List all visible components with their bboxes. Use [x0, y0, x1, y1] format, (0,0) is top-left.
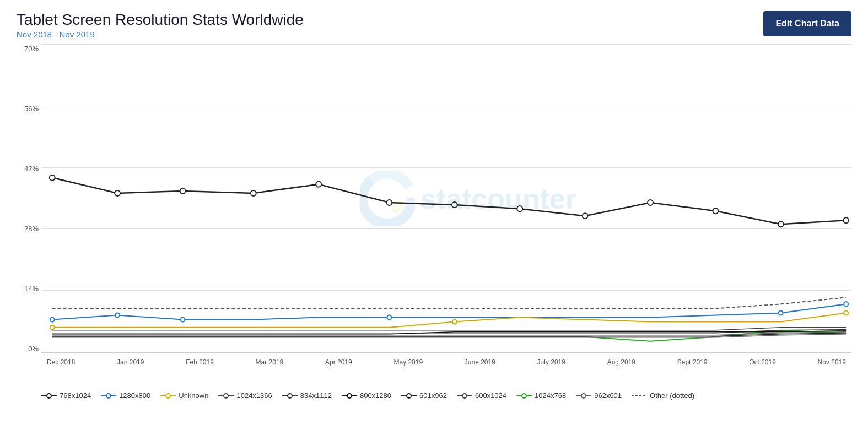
legend-icon-600x1024 [457, 392, 472, 400]
legend-icon-1280x800 [101, 392, 116, 400]
svg-point-15 [347, 394, 352, 398]
legend-icon-834x1112 [282, 392, 298, 400]
legend-label-other: Other (dotted) [650, 391, 694, 400]
svg-point-23 [581, 394, 586, 398]
svg-point-9 [166, 394, 170, 398]
legend-label-962x601: 962x601 [594, 391, 622, 400]
chart-inner: statcounter [41, 45, 851, 353]
svg-point-17 [407, 394, 411, 398]
x-label-sep2019: Sept 2019 [677, 358, 708, 366]
svg-point-21 [522, 394, 526, 398]
legend-item-834x1112: 834x1112 [282, 391, 332, 400]
svg-point-5 [47, 394, 51, 398]
legend-item-768x1024: 768x1024 [41, 391, 91, 400]
dot [452, 320, 457, 324]
legend-item-600x1024: 600x1024 [457, 391, 506, 400]
header: Tablet Screen Resolution Stats Worldwide… [17, 11, 851, 39]
dot [50, 325, 55, 330]
svg-point-11 [224, 394, 228, 398]
svg-point-13 [288, 394, 292, 398]
svg-point-19 [462, 394, 467, 398]
title-block: Tablet Screen Resolution Stats Worldwide… [17, 11, 304, 39]
y-label-28%: 28% [17, 225, 41, 233]
page-title: Tablet Screen Resolution Stats Worldwide [17, 11, 304, 29]
x-label-feb2019: Feb 2019 [186, 358, 214, 366]
dot [452, 202, 457, 208]
legend-label-600x1024: 600x1024 [475, 391, 506, 400]
dot [648, 200, 653, 205]
dot [180, 188, 186, 194]
x-label-mar2019: Mar 2019 [256, 358, 284, 366]
dot [115, 313, 120, 317]
dot [844, 302, 848, 306]
legend-label-1024x1366: 1024x1366 [236, 391, 272, 400]
legend-icon-601x962 [401, 392, 417, 400]
legend-item-unknown: Unknown [160, 391, 208, 400]
x-label-dec2018: Dec 2018 [47, 358, 75, 366]
x-label-apr2019: Apr 2019 [325, 358, 352, 366]
dot [181, 318, 185, 322]
dot [251, 190, 256, 196]
dot [115, 190, 120, 196]
dot [386, 200, 392, 205]
y-axis: 0% 14% 28% 42% 56% 70% [17, 45, 41, 369]
legend-item-1024x768: 1024x768 [516, 391, 566, 400]
x-label-aug2019: Aug 2019 [607, 358, 635, 366]
date-range: Nov 2018 - Nov 2019 [17, 30, 304, 39]
y-label-0%: 0% [17, 345, 41, 353]
svg-point-7 [106, 394, 111, 398]
x-label-jun2019: June 2019 [465, 358, 495, 366]
legend-label-601x962: 601x962 [419, 391, 447, 400]
dot [778, 221, 784, 227]
chart-area: 0% 14% 28% 42% 56% 70% [17, 45, 851, 369]
x-axis-labels: Dec 2018 Jan 2019 Feb 2019 Mar 2019 Apr … [41, 358, 851, 366]
legend-label-1280x800: 1280x800 [119, 391, 150, 400]
dot [316, 182, 321, 187]
line-other-dotted [52, 297, 846, 308]
x-label-oct2019: Oct 2019 [749, 358, 776, 366]
dot [843, 217, 849, 223]
x-label-nov2019: Nov 2019 [818, 358, 846, 366]
dot [779, 310, 783, 315]
legend-label-1024x768: 1024x768 [535, 391, 566, 400]
x-label-jul2019: July 2019 [537, 358, 565, 366]
legend-label-834x1112: 834x1112 [300, 391, 332, 400]
x-label-jan2019: Jan 2019 [117, 358, 144, 366]
legend: 768x1024 1280x800 Unknown 1024x1366 [17, 391, 851, 400]
legend-label-800x1280: 800x1280 [360, 391, 391, 400]
y-label-70%: 70% [17, 45, 41, 53]
chart-svg [41, 45, 851, 352]
y-label-14%: 14% [17, 285, 41, 293]
line-768x1024 [52, 178, 846, 225]
dot [50, 175, 55, 181]
legend-icon-1024x1366 [218, 392, 234, 400]
legend-icon-1024x768 [516, 392, 532, 400]
dot [844, 310, 848, 315]
legend-label-unknown: Unknown [179, 391, 208, 400]
y-label-42%: 42% [17, 165, 41, 173]
legend-icon-800x1280 [342, 392, 357, 400]
dot [583, 213, 588, 219]
legend-icon-962x601 [576, 392, 591, 400]
dot [387, 315, 391, 320]
main-container: Tablet Screen Resolution Stats Worldwide… [0, 0, 868, 436]
line-1280x800 [52, 304, 846, 319]
legend-label-768x1024: 768x1024 [60, 391, 91, 400]
dot [713, 208, 718, 214]
legend-icon-other [632, 392, 647, 400]
x-label-may2019: May 2019 [393, 358, 423, 366]
legend-item-962x601: 962x601 [576, 391, 622, 400]
legend-item-601x962: 601x962 [401, 391, 447, 400]
legend-item-other: Other (dotted) [632, 391, 694, 400]
legend-icon-unknown [160, 392, 176, 400]
legend-item-800x1280: 800x1280 [342, 391, 391, 400]
edit-chart-button[interactable]: Edit Chart Data [763, 11, 851, 36]
y-label-56%: 56% [17, 105, 41, 113]
dot [50, 318, 55, 322]
legend-item-1024x1366: 1024x1366 [218, 391, 272, 400]
legend-icon-768x1024 [41, 392, 57, 400]
dot [517, 206, 522, 211]
legend-item-1280x800: 1280x800 [101, 391, 150, 400]
